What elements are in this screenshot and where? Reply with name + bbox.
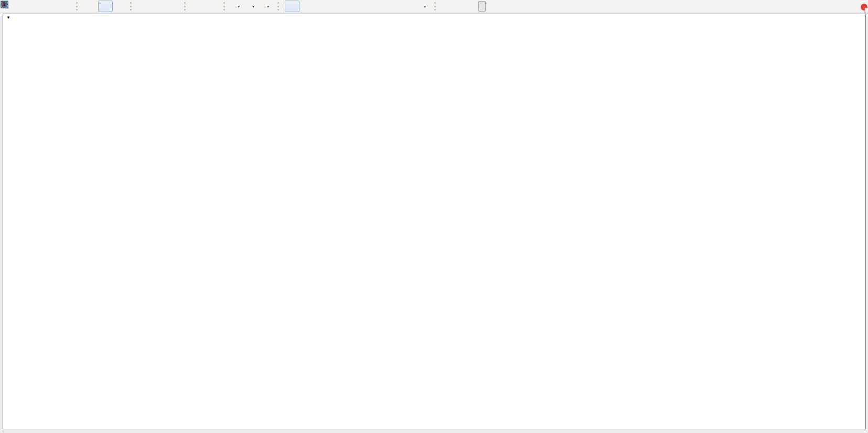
cursor-tool-button[interactable] (285, 1, 299, 12)
toolbar-grip (277, 2, 283, 10)
vertical-line-tool-button[interactable] (314, 1, 329, 12)
chart-type-group (83, 1, 127, 12)
charts-stack-button[interactable] (15, 1, 29, 12)
candlestick-chart-button[interactable] (98, 1, 113, 12)
toolbar-grip (434, 2, 440, 10)
arrows-tool-button[interactable]: ▾ (417, 1, 432, 12)
trendline-tool-button[interactable] (344, 1, 358, 12)
indicators-button[interactable]: ▾ (231, 1, 245, 12)
market-watch-button[interactable] (29, 1, 44, 12)
drawing-tools-group: ▾ (285, 1, 432, 12)
line-chart-button[interactable] (113, 1, 127, 12)
chart-shift-button[interactable] (206, 1, 221, 12)
main-toolbar: ▾ ▾ ▾ (0, 0, 868, 13)
toolbar-grip (130, 2, 135, 10)
timeframe-m30[interactable] (464, 1, 471, 12)
price-chart-canvas[interactable] (0, 0, 868, 433)
crosshair-tool-button[interactable] (299, 1, 314, 12)
collapse-triangle-icon[interactable]: ▼ (6, 15, 10, 20)
dropdown-caret-icon: ▾ (267, 4, 269, 9)
channel-tool-button[interactable] (358, 1, 373, 12)
search-icon[interactable] (0, 0, 9, 9)
timeframe-group (442, 1, 508, 12)
signal-button[interactable] (44, 1, 59, 12)
trade-group (0, 1, 73, 12)
toolbar-grip (223, 2, 229, 10)
timeframe-w1[interactable] (493, 1, 500, 12)
dropdown-caret-icon: ▾ (424, 4, 426, 9)
objects-group: ▾ ▾ ▾ (231, 1, 275, 12)
zoom-out-button[interactable] (152, 1, 167, 12)
timeframe-d1[interactable] (486, 1, 493, 12)
horizontal-line-tool-button[interactable] (329, 1, 344, 12)
scroll-group (191, 1, 221, 12)
dropdown-caret-icon: ▾ (238, 4, 240, 9)
zoom-group (137, 1, 181, 12)
timeframe-mn[interactable] (500, 1, 508, 12)
mt4-terminal: { "toolbar": { "new_order": "新订单", "auto… (0, 0, 868, 433)
timeframe-h4[interactable] (478, 1, 486, 12)
zoom-in-button[interactable] (137, 1, 152, 12)
tile-windows-button[interactable] (167, 1, 181, 12)
auto-scroll-button[interactable] (191, 1, 206, 12)
text-label-tool-button[interactable] (402, 1, 417, 12)
timeframe-m1[interactable] (442, 1, 449, 12)
dropdown-caret-icon: ▾ (252, 4, 254, 9)
periods-button[interactable]: ▾ (245, 1, 260, 12)
toolbar-grip (76, 2, 81, 10)
timeframe-m15[interactable] (456, 1, 464, 12)
text-tool-button[interactable] (388, 1, 402, 12)
fibonacci-tool-button[interactable] (373, 1, 388, 12)
toolbar-grip (184, 2, 189, 10)
timeframe-h1[interactable] (471, 1, 478, 12)
chat-bubble-icon (864, 6, 868, 16)
auto-trading-button[interactable] (59, 1, 73, 12)
templates-button[interactable]: ▾ (260, 1, 275, 12)
timeframe-m5[interactable] (449, 1, 456, 12)
chart-title-row: ▼ (6, 15, 17, 20)
bar-chart-button[interactable] (83, 1, 98, 12)
